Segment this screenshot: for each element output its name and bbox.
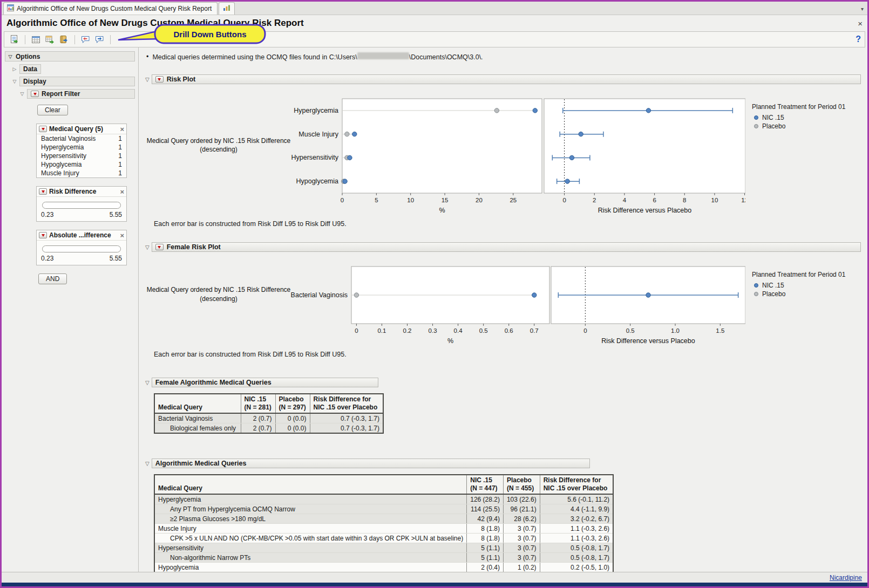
algorithmic-queries-title-bar[interactable]: Algorithmic Medical Queries: [152, 459, 590, 468]
red-triangle-menu-icon[interactable]: [39, 232, 47, 238]
absolute-risk-difference-range-slider[interactable]: [42, 245, 121, 252]
value-cell: 8 (1.8): [467, 524, 504, 534]
red-triangle-menu-icon[interactable]: [31, 91, 39, 97]
tick-label: 1.0: [671, 327, 680, 334]
value-cell: 5 (1.1): [467, 553, 504, 563]
legend-item[interactable]: Placebo: [752, 290, 857, 298]
subset-table-icon[interactable]: [44, 33, 56, 46]
percent-point[interactable]: [532, 293, 537, 297]
red-triangle-menu-icon[interactable]: [39, 126, 47, 132]
table-row[interactable]: Hypersensitivity5 (1.1)3 (0.7)0.5 (-0.8,…: [154, 543, 613, 553]
and-button[interactable]: AND: [38, 274, 67, 284]
x-axis-label-risk-difference: Risk Difference versus Placebo: [601, 337, 695, 345]
report-filter-header[interactable]: Report Filter: [27, 89, 135, 99]
tick-label: 25: [510, 197, 517, 203]
tick-label: 0: [341, 197, 344, 203]
risk-difference-point[interactable]: [579, 132, 583, 136]
legend-item[interactable]: Placebo: [752, 122, 857, 131]
value-cell: 5.6 (-0.1, 11.2): [540, 494, 613, 504]
annotate-forward-icon[interactable]: [93, 33, 106, 46]
percent-point[interactable]: [343, 179, 347, 183]
filter-item-count: 1: [118, 152, 122, 160]
percent-point[interactable]: [352, 132, 357, 136]
value-cell: 42 (9.4): [467, 514, 504, 524]
display-section-header[interactable]: Display: [19, 77, 135, 86]
female-risk-plot-y-axis-label: Medical Query ordered by NIC .15 Risk Di…: [146, 285, 291, 303]
table-row[interactable]: Biological females only2 (0.7)0 (0.0)0.7…: [154, 423, 383, 434]
risk-difference-point[interactable]: [565, 179, 569, 183]
filter-item[interactable]: Bacterial Vaginosis1: [37, 134, 126, 143]
redacted-username: [357, 52, 409, 59]
journal-icon[interactable]: [58, 33, 70, 46]
dataset-link[interactable]: Nicardipine: [830, 574, 862, 582]
risk-plot-title-bar[interactable]: Risk Plot: [152, 74, 861, 84]
collapse-open-icon[interactable]: ▽: [19, 91, 25, 97]
collapse-open-icon[interactable]: ▽: [8, 54, 13, 59]
risk-difference-range-slider[interactable]: [42, 202, 121, 209]
collapse-open-icon[interactable]: ▽: [145, 380, 150, 386]
collapse-open-icon[interactable]: ▽: [145, 461, 150, 467]
filter-item[interactable]: Muscle Injury1: [37, 169, 126, 177]
percent-point[interactable]: [348, 155, 352, 160]
annotate-back-icon[interactable]: [79, 33, 92, 46]
tab-list-dropdown-icon[interactable]: ▾: [861, 6, 864, 12]
help-icon[interactable]: ?: [856, 35, 861, 44]
female-risk-plot-canvas[interactable]: Bacterial Vaginosis00.10.20.30.40.50.60.…: [291, 264, 745, 346]
collapse-open-icon[interactable]: ▽: [145, 77, 150, 83]
close-filter-icon[interactable]: ×: [120, 188, 124, 195]
open-report-icon[interactable]: [8, 33, 21, 46]
red-triangle-menu-icon[interactable]: [39, 188, 47, 195]
table-row[interactable]: ≥2 Plasma Glucoses >180 mg/dL42 (9.4)28 …: [154, 514, 613, 524]
clear-button[interactable]: Clear: [37, 105, 68, 115]
filter-item[interactable]: Hypoglycemia1: [37, 160, 126, 169]
table-row[interactable]: Hyperglycemia126 (28.2)103 (22.6)5.6 (-0…: [154, 494, 613, 504]
female-risk-plot-footnote: Each error bar is constructed from Risk …: [154, 351, 861, 358]
table-row[interactable]: Non-algorithmic Narrow PTs5 (1.1)3 (0.7)…: [154, 553, 613, 563]
legend-label: NIC .15: [762, 282, 784, 289]
risk-difference-point[interactable]: [569, 155, 574, 160]
range-min-label: 0.23: [41, 255, 53, 262]
toolbar-separator: [110, 35, 111, 44]
column-header: Medical Query: [154, 475, 467, 494]
risk-difference-point[interactable]: [646, 108, 650, 113]
filter-item[interactable]: Hyperglycemia1: [37, 143, 126, 152]
filter-item[interactable]: Hypersensitivity1: [37, 152, 126, 160]
tab-risk-report[interactable]: Algorithmic Office of New Drugs Custom M…: [3, 2, 218, 15]
collapse-open-icon[interactable]: ▽: [12, 79, 17, 84]
red-triangle-menu-icon[interactable]: [155, 76, 164, 83]
tick-label: 15: [442, 197, 449, 203]
legend-marker-icon: [754, 283, 758, 288]
female-risk-plot-section-header: ▽ Female Risk Plot: [145, 242, 861, 252]
table-row[interactable]: CPK >5 x ULN AND NO (CPK-MB/CPK >0.05 wi…: [154, 534, 613, 543]
percent-point[interactable]: [354, 293, 358, 297]
female-queries-title-bar[interactable]: Female Algorithmic Medical Queries: [152, 378, 378, 387]
collapse-closed-icon[interactable]: ▷: [12, 66, 17, 72]
female-risk-plot-title-bar[interactable]: Female Risk Plot: [152, 242, 861, 252]
risk-plot-canvas[interactable]: HyperglycemiaMuscle InjuryHypersensitivi…: [291, 96, 745, 216]
table-row[interactable]: Hypoglycemia2 (0.4)1 (0.2)0.2 (-0.5, 1.0…: [154, 563, 613, 572]
close-icon[interactable]: ×: [858, 19, 863, 28]
category-label: Hypoglycemia: [296, 177, 338, 185]
red-triangle-menu-icon[interactable]: [155, 244, 164, 250]
percent-point[interactable]: [533, 108, 537, 113]
value-cell: 5 (1.1): [467, 543, 504, 553]
data-table-icon[interactable]: [30, 33, 42, 46]
algorithmic-queries-table: Medical QueryNIC .15(N = 447)Placebo(N =…: [154, 474, 614, 572]
collapse-open-icon[interactable]: ▽: [145, 244, 150, 250]
percent-point[interactable]: [345, 132, 349, 136]
data-section-header[interactable]: Data: [19, 64, 41, 74]
risk-difference-point[interactable]: [646, 293, 650, 297]
legend-item[interactable]: NIC .15: [752, 281, 857, 290]
page-title: Algorithmic Office of New Drugs Custom M…: [6, 18, 304, 29]
tab-chart[interactable]: [219, 2, 235, 15]
legend-item[interactable]: NIC .15: [752, 113, 857, 122]
close-filter-icon[interactable]: ×: [120, 232, 124, 239]
toolbar-separator: [74, 35, 75, 44]
percent-point[interactable]: [494, 108, 499, 113]
data-section: ▷ Data: [12, 64, 135, 74]
close-filter-icon[interactable]: ×: [120, 126, 124, 133]
table-row[interactable]: Any PT from Hyperglycemia OCMQ Narrow114…: [154, 504, 613, 514]
table-row[interactable]: Bacterial Vaginosis2 (0.7)0 (0.0)0.7 (-0…: [154, 413, 383, 423]
options-header[interactable]: ▽ Options: [5, 51, 135, 61]
table-row[interactable]: Muscle Injury8 (1.8)3 (0.7)1.1 (-0.3, 2.…: [154, 524, 613, 534]
